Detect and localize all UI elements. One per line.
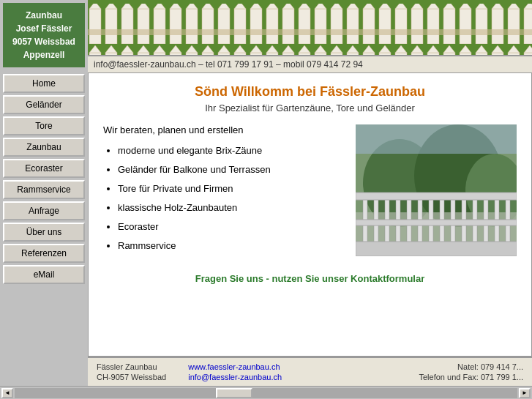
content-flex: Wir beraten, planen und erstellen modern…	[103, 124, 517, 256]
nav-rammservice[interactable]: Rammservice	[3, 180, 85, 199]
footer-bar: Fässler Zaunbau CH-9057 Weissbad www.fae…	[88, 357, 532, 386]
svg-rect-9	[356, 124, 517, 154]
nav-anfrage[interactable]: Anfrage	[3, 201, 85, 220]
header-banner	[88, 0, 532, 55]
nav-zaunbau[interactable]: Zaunbau	[3, 138, 85, 157]
footer-address: CH-9057 Weissbad	[97, 373, 166, 381]
list-item: Rammservice	[118, 236, 345, 256]
logo-line4: Appenzell	[23, 50, 65, 60]
page-wrapper: Zaunbau Josef Fässler 9057 Weissbad Appe…	[0, 0, 532, 399]
railing-image	[356, 124, 517, 256]
scroll-track[interactable]	[15, 388, 517, 398]
nav-gelaender[interactable]: Geländer	[3, 95, 85, 114]
svg-rect-26	[356, 220, 517, 225]
list-item: Ecoraster	[118, 217, 345, 236]
scroll-right-button[interactable]: ►	[519, 388, 531, 398]
svg-rect-25	[356, 193, 517, 200]
page-content: Sönd Willkomm bei Fässler-Zaunbau Ihr Sp…	[88, 72, 532, 357]
railing-svg	[356, 124, 517, 256]
footer-phone: Telefon und Fax: 071 799 1...	[419, 373, 524, 381]
nav-ecoraster[interactable]: Ecoraster	[3, 159, 85, 178]
nav-email[interactable]: eMail	[3, 265, 85, 284]
list-item: Tore für Private und Firmen	[118, 179, 345, 198]
footer-company-col: Fässler Zaunbau CH-9057 Weissbad	[97, 362, 166, 381]
svg-rect-4	[88, 29, 532, 35]
nav-home[interactable]: Home	[3, 74, 85, 93]
main-area: Zaunbau Josef Fässler 9057 Weissbad Appe…	[0, 0, 532, 386]
contact-link[interactable]: Fragen Sie uns - nutzen Sie unser Kontak…	[103, 267, 517, 290]
info-bar: info@faessler-zaunbau.ch – tel 071 799 1…	[88, 55, 532, 72]
footer-website-link[interactable]: www.faessler-zaunbau.ch	[188, 362, 282, 371]
scroll-thumb[interactable]	[216, 388, 252, 398]
nav-ueber-uns[interactable]: Über uns	[3, 223, 85, 242]
scrollbar-area: ◄ ►	[0, 386, 532, 399]
logo-line1: Zaunbau	[26, 10, 62, 20]
list-item: moderne und elegante Brix-Zäune	[118, 141, 345, 160]
page-title: Sönd Willkomm bei Fässler-Zaunbau	[103, 84, 517, 100]
page-subtitle: Ihr Spezialist für Gartenzäune, Tore und…	[103, 102, 517, 113]
info-text: info@faessler-zaunbau.ch – tel 071 799 1…	[94, 59, 363, 70]
footer-natel: Natel: 079 414 7...	[419, 362, 524, 371]
logo-line3: 9057 Weissbad	[12, 37, 75, 47]
list-item: Geländer für Balkone und Terrassen	[118, 160, 345, 179]
list-item: klassische Holz-Zaunbauten	[118, 198, 345, 217]
intro-text: Wir beraten, planen und erstellen	[103, 124, 345, 135]
services-list: moderne und elegante Brix-Zäune Geländer…	[118, 141, 345, 256]
svg-rect-27	[356, 242, 517, 256]
fence-svg	[88, 0, 532, 55]
text-section: Wir beraten, planen und erstellen modern…	[103, 124, 345, 256]
nav-referenzen[interactable]: Referenzen	[3, 244, 85, 263]
scroll-left-button[interactable]: ◄	[1, 388, 13, 398]
footer-links-col: www.faessler-zaunbau.ch info@faessler-za…	[188, 362, 282, 381]
logo-box: Zaunbau Josef Fässler 9057 Weissbad Appe…	[3, 3, 85, 67]
logo-line2: Josef Fässler	[16, 23, 72, 34]
sidebar: Zaunbau Josef Fässler 9057 Weissbad Appe…	[0, 0, 88, 386]
content-area: info@faessler-zaunbau.ch – tel 071 799 1…	[88, 0, 532, 386]
footer-phone-col: Natel: 079 414 7... Telefon und Fax: 071…	[419, 362, 524, 381]
nav-tore[interactable]: Tore	[3, 116, 85, 135]
fence-decoration	[88, 0, 532, 55]
footer-company: Fässler Zaunbau	[97, 362, 166, 371]
footer-email-link[interactable]: info@faessler-zaunbau.ch	[188, 373, 282, 381]
